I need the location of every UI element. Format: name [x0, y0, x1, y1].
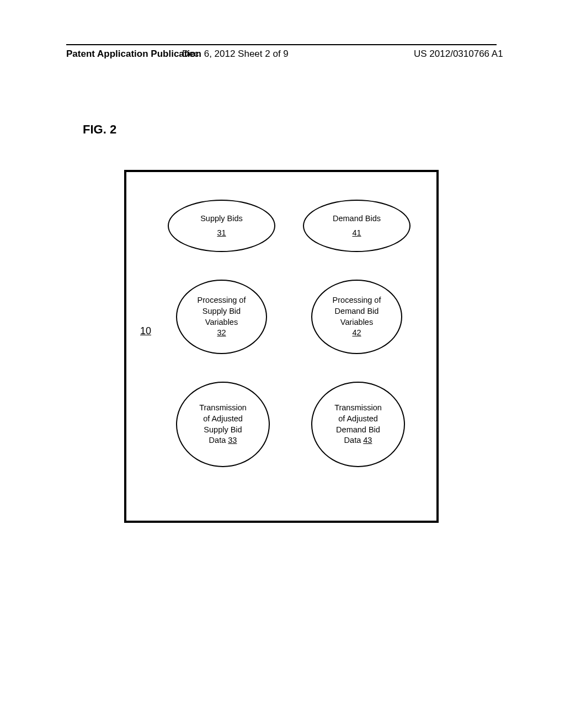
header-right: US 2012/0310766 A1	[414, 49, 503, 60]
ellipse-line: Processing of	[333, 295, 381, 306]
ellipse-line: Variables	[340, 317, 373, 328]
ellipse-line: Demand Bid	[335, 306, 379, 317]
ellipse-last-line: Data 33	[209, 435, 237, 446]
ellipse-line: Supply Bid	[202, 306, 241, 317]
ellipse-title: Supply Bids	[200, 213, 243, 224]
ellipse-line: of Adjusted	[203, 414, 243, 425]
ellipse-demand-transmission: Transmission of Adjusted Demand Bid Data…	[311, 382, 405, 467]
ellipse-supply-bids: Supply Bids 31	[168, 200, 275, 252]
ellipse-line: Variables	[205, 317, 238, 328]
ellipse-ref: 32	[217, 328, 226, 339]
ellipse-ref: 42	[352, 328, 361, 339]
ellipse-last-line: Data 43	[344, 435, 372, 446]
ellipse-line: Processing of	[198, 295, 246, 306]
header-left: Patent Application Publication	[66, 49, 201, 60]
ellipse-demand-bids: Demand Bids 41	[303, 200, 411, 252]
header-center: Dec. 6, 2012 Sheet 2 of 9	[182, 49, 289, 60]
ellipse-line: Transmission	[199, 403, 247, 414]
ellipse-line: Transmission	[334, 403, 382, 414]
ellipse-ref: 31	[217, 228, 226, 239]
ellipse-title: Demand Bids	[333, 213, 381, 224]
ellipse-supply-transmission: Transmission of Adjusted Supply Bid Data…	[176, 382, 270, 467]
ellipse-ref: 33	[228, 436, 237, 445]
diagram-container: 10 Supply Bids 31 Demand Bids 41 Process…	[124, 170, 439, 523]
ellipse-line: of Adjusted	[338, 414, 378, 425]
ellipse-line: Demand Bid	[336, 425, 380, 436]
ellipse-demand-processing: Processing of Demand Bid Variables 42	[311, 280, 402, 354]
box-reference-number: 10	[140, 325, 151, 337]
ellipse-ref: 41	[352, 228, 361, 239]
ellipse-supply-processing: Processing of Supply Bid Variables 32	[176, 280, 267, 354]
ellipse-line: Supply Bid	[204, 425, 242, 436]
figure-label: FIG. 2	[83, 122, 116, 137]
ellipse-ref: 43	[363, 436, 372, 445]
header-rule	[66, 44, 497, 45]
